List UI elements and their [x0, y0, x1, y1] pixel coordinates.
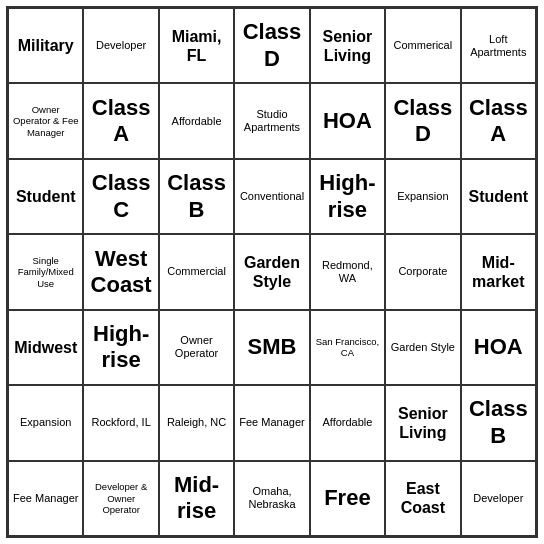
bingo-cell-40[interactable]: Senior Living	[385, 385, 460, 460]
bingo-grid: MilitaryDeveloperMiami, FLClass DSenior …	[6, 6, 538, 538]
bingo-cell-35[interactable]: Expansion	[8, 385, 83, 460]
cell-text-38: Fee Manager	[239, 416, 304, 429]
cell-text-48: Developer	[473, 492, 523, 505]
cell-text-21: Single Family/Mixed Use	[12, 255, 79, 289]
cell-text-28: Midwest	[14, 338, 77, 357]
cell-text-44: Mid-rise	[163, 472, 230, 525]
bingo-cell-19[interactable]: Expansion	[385, 159, 460, 234]
cell-text-43: Developer & Owner Operator	[87, 481, 154, 515]
bingo-cell-39[interactable]: Affordable	[310, 385, 385, 460]
bingo-cell-46[interactable]: Free	[310, 461, 385, 536]
cell-text-37: Raleigh, NC	[167, 416, 226, 429]
bingo-cell-6[interactable]: Loft Apartments	[461, 8, 536, 83]
cell-text-0: Military	[18, 36, 74, 55]
cell-text-4: Senior Living	[314, 27, 381, 65]
cell-text-20: Student	[469, 187, 529, 206]
cell-text-8: Class A	[87, 95, 154, 148]
bingo-cell-7[interactable]: Owner Operator & Fee Manager	[8, 83, 83, 158]
cell-text-39: Affordable	[322, 416, 372, 429]
bingo-cell-11[interactable]: HOA	[310, 83, 385, 158]
cell-text-36: Rockford, IL	[91, 416, 150, 429]
cell-text-26: Corporate	[398, 265, 447, 278]
bingo-cell-27[interactable]: Mid-market	[461, 234, 536, 309]
cell-text-24: Garden Style	[238, 253, 305, 291]
cell-text-2: Miami, FL	[163, 27, 230, 65]
cell-text-34: HOA	[474, 334, 523, 360]
bingo-cell-38[interactable]: Fee Manager	[234, 385, 309, 460]
cell-text-14: Student	[16, 187, 76, 206]
cell-text-12: Class D	[389, 95, 456, 148]
cell-text-30: Owner Operator	[163, 334, 230, 360]
bingo-cell-5[interactable]: Commerical	[385, 8, 460, 83]
cell-text-32: San Francisco, CA	[314, 336, 381, 359]
cell-text-17: Conventional	[240, 190, 304, 203]
cell-text-33: Garden Style	[391, 341, 455, 354]
cell-text-47: East Coast	[389, 479, 456, 517]
cell-text-5: Commerical	[394, 39, 453, 52]
cell-text-3: Class D	[238, 19, 305, 72]
cell-text-42: Fee Manager	[13, 492, 78, 505]
cell-text-40: Senior Living	[389, 404, 456, 442]
bingo-cell-36[interactable]: Rockford, IL	[83, 385, 158, 460]
bingo-cell-2[interactable]: Miami, FL	[159, 8, 234, 83]
bingo-cell-45[interactable]: Omaha, Nebraska	[234, 461, 309, 536]
bingo-cell-3[interactable]: Class D	[234, 8, 309, 83]
cell-text-35: Expansion	[20, 416, 71, 429]
cell-text-6: Loft Apartments	[465, 33, 532, 59]
cell-text-11: HOA	[323, 108, 372, 134]
cell-text-1: Developer	[96, 39, 146, 52]
cell-text-31: SMB	[248, 334, 297, 360]
cell-text-25: Redmond, WA	[314, 259, 381, 285]
cell-text-13: Class A	[465, 95, 532, 148]
cell-text-16: Class B	[163, 170, 230, 223]
bingo-cell-8[interactable]: Class A	[83, 83, 158, 158]
bingo-cell-10[interactable]: Studio Apartments	[234, 83, 309, 158]
bingo-cell-47[interactable]: East Coast	[385, 461, 460, 536]
bingo-cell-34[interactable]: HOA	[461, 310, 536, 385]
cell-text-45: Omaha, Nebraska	[238, 485, 305, 511]
cell-text-23: Commercial	[167, 265, 226, 278]
bingo-cell-21[interactable]: Single Family/Mixed Use	[8, 234, 83, 309]
bingo-cell-41[interactable]: Class B	[461, 385, 536, 460]
cell-text-9: Affordable	[172, 115, 222, 128]
bingo-cell-12[interactable]: Class D	[385, 83, 460, 158]
bingo-cell-1[interactable]: Developer	[83, 8, 158, 83]
cell-text-22: West Coast	[87, 246, 154, 299]
bingo-cell-48[interactable]: Developer	[461, 461, 536, 536]
bingo-cell-23[interactable]: Commercial	[159, 234, 234, 309]
bingo-cell-4[interactable]: Senior Living	[310, 8, 385, 83]
bingo-cell-29[interactable]: High-rise	[83, 310, 158, 385]
bingo-cell-24[interactable]: Garden Style	[234, 234, 309, 309]
cell-text-18: High-rise	[314, 170, 381, 223]
bingo-cell-44[interactable]: Mid-rise	[159, 461, 234, 536]
bingo-cell-20[interactable]: Student	[461, 159, 536, 234]
cell-text-46: Free	[324, 485, 370, 511]
bingo-cell-22[interactable]: West Coast	[83, 234, 158, 309]
bingo-cell-26[interactable]: Corporate	[385, 234, 460, 309]
bingo-cell-43[interactable]: Developer & Owner Operator	[83, 461, 158, 536]
bingo-cell-9[interactable]: Affordable	[159, 83, 234, 158]
bingo-cell-30[interactable]: Owner Operator	[159, 310, 234, 385]
bingo-cell-42[interactable]: Fee Manager	[8, 461, 83, 536]
cell-text-27: Mid-market	[465, 253, 532, 291]
cell-text-41: Class B	[465, 396, 532, 449]
cell-text-7: Owner Operator & Fee Manager	[12, 104, 79, 138]
bingo-cell-37[interactable]: Raleigh, NC	[159, 385, 234, 460]
cell-text-15: Class C	[87, 170, 154, 223]
bingo-cell-28[interactable]: Midwest	[8, 310, 83, 385]
bingo-cell-13[interactable]: Class A	[461, 83, 536, 158]
bingo-cell-25[interactable]: Redmond, WA	[310, 234, 385, 309]
cell-text-10: Studio Apartments	[238, 108, 305, 134]
bingo-cell-33[interactable]: Garden Style	[385, 310, 460, 385]
bingo-cell-0[interactable]: Military	[8, 8, 83, 83]
bingo-cell-16[interactable]: Class B	[159, 159, 234, 234]
bingo-cell-32[interactable]: San Francisco, CA	[310, 310, 385, 385]
bingo-cell-15[interactable]: Class C	[83, 159, 158, 234]
bingo-cell-18[interactable]: High-rise	[310, 159, 385, 234]
bingo-cell-14[interactable]: Student	[8, 159, 83, 234]
bingo-cell-31[interactable]: SMB	[234, 310, 309, 385]
bingo-cell-17[interactable]: Conventional	[234, 159, 309, 234]
cell-text-19: Expansion	[397, 190, 448, 203]
cell-text-29: High-rise	[87, 321, 154, 374]
